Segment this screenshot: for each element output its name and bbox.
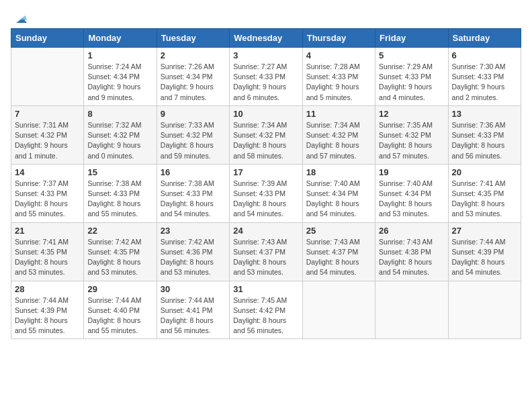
day-number: 5: [379, 50, 444, 60]
day-number: 13: [452, 109, 517, 119]
day-number: 14: [15, 167, 80, 177]
day-info: Sunrise: 7:24 AM Sunset: 4:34 PM Dayligh…: [87, 62, 152, 103]
calendar-cell: 27Sunrise: 7:44 AM Sunset: 4:39 PM Dayli…: [448, 222, 521, 281]
day-number: 4: [306, 50, 371, 60]
weekday-header-friday: Friday: [375, 29, 448, 48]
calendar-cell: 4Sunrise: 7:28 AM Sunset: 4:33 PM Daylig…: [302, 48, 375, 106]
day-info: Sunrise: 7:43 AM Sunset: 4:38 PM Dayligh…: [379, 237, 444, 278]
day-number: 17: [233, 167, 298, 177]
day-number: 20: [452, 167, 517, 177]
day-number: 12: [379, 109, 444, 119]
day-info: Sunrise: 7:45 AM Sunset: 4:42 PM Dayligh…: [233, 295, 298, 336]
day-info: Sunrise: 7:30 AM Sunset: 4:33 PM Dayligh…: [452, 62, 517, 103]
calendar-cell: 17Sunrise: 7:39 AM Sunset: 4:33 PM Dayli…: [230, 164, 302, 222]
day-number: 27: [452, 226, 517, 236]
calendar-cell: 5Sunrise: 7:29 AM Sunset: 4:33 PM Daylig…: [375, 48, 448, 106]
day-info: Sunrise: 7:35 AM Sunset: 4:32 PM Dayligh…: [379, 120, 444, 161]
day-number: 8: [87, 109, 152, 119]
calendar-cell: 28Sunrise: 7:44 AM Sunset: 4:39 PM Dayli…: [11, 281, 84, 339]
day-number: 28: [15, 284, 80, 294]
day-number: 15: [87, 167, 152, 177]
day-info: Sunrise: 7:33 AM Sunset: 4:32 PM Dayligh…: [161, 120, 226, 161]
calendar-cell: 8Sunrise: 7:32 AM Sunset: 4:32 PM Daylig…: [84, 105, 157, 164]
calendar-week-row: 7Sunrise: 7:31 AM Sunset: 4:32 PM Daylig…: [11, 105, 521, 164]
day-info: Sunrise: 7:34 AM Sunset: 4:32 PM Dayligh…: [233, 120, 298, 161]
page-header: [11, 11, 521, 23]
day-number: 21: [15, 226, 80, 236]
calendar-cell: 3Sunrise: 7:27 AM Sunset: 4:33 PM Daylig…: [230, 48, 302, 106]
day-number: 29: [87, 284, 152, 294]
day-info: Sunrise: 7:44 AM Sunset: 4:40 PM Dayligh…: [87, 295, 152, 336]
calendar-cell: 2Sunrise: 7:26 AM Sunset: 4:34 PM Daylig…: [157, 48, 229, 106]
day-info: Sunrise: 7:40 AM Sunset: 4:34 PM Dayligh…: [379, 179, 444, 220]
day-info: Sunrise: 7:29 AM Sunset: 4:33 PM Dayligh…: [379, 62, 444, 103]
calendar-cell: 16Sunrise: 7:38 AM Sunset: 4:33 PM Dayli…: [157, 164, 229, 222]
day-number: 26: [379, 226, 444, 236]
logo: [11, 11, 27, 23]
calendar-cell: 30Sunrise: 7:44 AM Sunset: 4:41 PM Dayli…: [157, 281, 229, 339]
day-number: 18: [306, 167, 371, 177]
day-info: Sunrise: 7:38 AM Sunset: 4:33 PM Dayligh…: [161, 179, 226, 220]
calendar-cell: [448, 281, 521, 339]
day-info: Sunrise: 7:34 AM Sunset: 4:32 PM Dayligh…: [306, 120, 371, 161]
day-number: 31: [233, 284, 298, 294]
day-number: 1: [87, 50, 152, 60]
day-info: Sunrise: 7:43 AM Sunset: 4:37 PM Dayligh…: [233, 237, 298, 278]
calendar-cell: 14Sunrise: 7:37 AM Sunset: 4:33 PM Dayli…: [11, 164, 84, 222]
day-number: 9: [161, 109, 226, 119]
day-info: Sunrise: 7:31 AM Sunset: 4:32 PM Dayligh…: [15, 120, 80, 161]
calendar-cell: 22Sunrise: 7:42 AM Sunset: 4:35 PM Dayli…: [84, 222, 157, 281]
calendar-week-row: 14Sunrise: 7:37 AM Sunset: 4:33 PM Dayli…: [11, 164, 521, 222]
calendar-week-row: 21Sunrise: 7:41 AM Sunset: 4:35 PM Dayli…: [11, 222, 521, 281]
day-info: Sunrise: 7:42 AM Sunset: 4:35 PM Dayligh…: [87, 237, 152, 278]
calendar-cell: 20Sunrise: 7:41 AM Sunset: 4:35 PM Dayli…: [448, 164, 521, 222]
day-number: 30: [161, 284, 226, 294]
calendar-cell: 11Sunrise: 7:34 AM Sunset: 4:32 PM Dayli…: [302, 105, 375, 164]
day-info: Sunrise: 7:39 AM Sunset: 4:33 PM Dayligh…: [233, 179, 298, 220]
day-info: Sunrise: 7:28 AM Sunset: 4:33 PM Dayligh…: [306, 62, 371, 103]
day-info: Sunrise: 7:41 AM Sunset: 4:35 PM Dayligh…: [15, 237, 80, 278]
day-number: 3: [233, 50, 298, 60]
calendar-cell: 6Sunrise: 7:30 AM Sunset: 4:33 PM Daylig…: [448, 48, 521, 106]
calendar-cell: 21Sunrise: 7:41 AM Sunset: 4:35 PM Dayli…: [11, 222, 84, 281]
calendar-cell: 10Sunrise: 7:34 AM Sunset: 4:32 PM Dayli…: [230, 105, 302, 164]
calendar-week-row: 1Sunrise: 7:24 AM Sunset: 4:34 PM Daylig…: [11, 48, 521, 106]
day-info: Sunrise: 7:44 AM Sunset: 4:39 PM Dayligh…: [15, 295, 80, 336]
day-info: Sunrise: 7:27 AM Sunset: 4:33 PM Dayligh…: [233, 62, 298, 103]
calendar-week-row: 28Sunrise: 7:44 AM Sunset: 4:39 PM Dayli…: [11, 281, 521, 339]
weekday-header-sunday: Sunday: [11, 29, 84, 48]
day-info: Sunrise: 7:38 AM Sunset: 4:33 PM Dayligh…: [87, 179, 152, 220]
weekday-header-saturday: Saturday: [448, 29, 521, 48]
calendar-cell: 9Sunrise: 7:33 AM Sunset: 4:32 PM Daylig…: [157, 105, 229, 164]
day-info: Sunrise: 7:43 AM Sunset: 4:37 PM Dayligh…: [306, 237, 371, 278]
logo-block: [11, 11, 27, 23]
day-info: Sunrise: 7:42 AM Sunset: 4:36 PM Dayligh…: [161, 237, 226, 278]
day-number: 19: [379, 167, 444, 177]
calendar-cell: [375, 281, 448, 339]
calendar-cell: 29Sunrise: 7:44 AM Sunset: 4:40 PM Dayli…: [84, 281, 157, 339]
day-number: 16: [161, 167, 226, 177]
day-number: 23: [161, 226, 226, 236]
calendar-cell: [11, 48, 84, 106]
calendar-cell: 1Sunrise: 7:24 AM Sunset: 4:34 PM Daylig…: [84, 48, 157, 106]
calendar-table: SundayMondayTuesdayWednesdayThursdayFrid…: [11, 28, 521, 339]
calendar-cell: [302, 281, 375, 339]
day-number: 22: [87, 226, 152, 236]
calendar-cell: 18Sunrise: 7:40 AM Sunset: 4:34 PM Dayli…: [302, 164, 375, 222]
calendar-cell: 23Sunrise: 7:42 AM Sunset: 4:36 PM Dayli…: [157, 222, 229, 281]
day-info: Sunrise: 7:26 AM Sunset: 4:34 PM Dayligh…: [161, 62, 226, 103]
calendar-cell: 19Sunrise: 7:40 AM Sunset: 4:34 PM Dayli…: [375, 164, 448, 222]
weekday-header-row: SundayMondayTuesdayWednesdayThursdayFrid…: [11, 29, 521, 48]
weekday-header-tuesday: Tuesday: [157, 29, 229, 48]
calendar-cell: 24Sunrise: 7:43 AM Sunset: 4:37 PM Dayli…: [230, 222, 302, 281]
day-number: 2: [161, 50, 226, 60]
day-number: 25: [306, 226, 371, 236]
calendar-cell: 31Sunrise: 7:45 AM Sunset: 4:42 PM Dayli…: [230, 281, 302, 339]
day-number: 10: [233, 109, 298, 119]
weekday-header-thursday: Thursday: [302, 29, 375, 48]
svg-marker-1: [19, 15, 27, 20]
calendar-cell: 7Sunrise: 7:31 AM Sunset: 4:32 PM Daylig…: [11, 105, 84, 164]
day-info: Sunrise: 7:32 AM Sunset: 4:32 PM Dayligh…: [87, 120, 152, 161]
day-info: Sunrise: 7:36 AM Sunset: 4:33 PM Dayligh…: [452, 120, 517, 161]
calendar-cell: 26Sunrise: 7:43 AM Sunset: 4:38 PM Dayli…: [375, 222, 448, 281]
